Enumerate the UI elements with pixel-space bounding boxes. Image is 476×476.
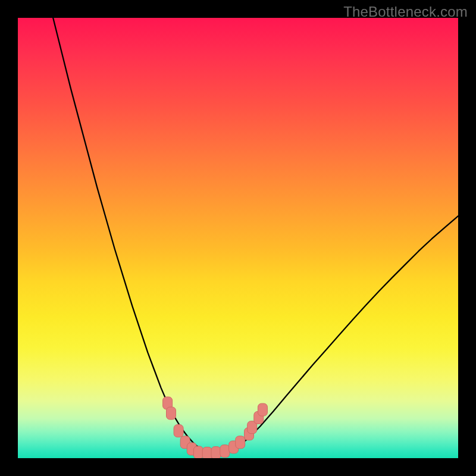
chart-frame: TheBottleneck.com	[0, 0, 476, 476]
data-markers	[18, 18, 458, 458]
data-marker	[202, 447, 212, 458]
data-marker	[174, 425, 183, 437]
data-marker	[211, 447, 221, 458]
data-marker	[236, 436, 245, 449]
data-marker	[167, 407, 176, 419]
data-marker	[220, 445, 230, 458]
watermark-text: TheBottleneck.com	[343, 4, 468, 20]
data-marker	[193, 446, 203, 458]
plot-area	[18, 18, 458, 458]
data-marker	[258, 403, 267, 416]
